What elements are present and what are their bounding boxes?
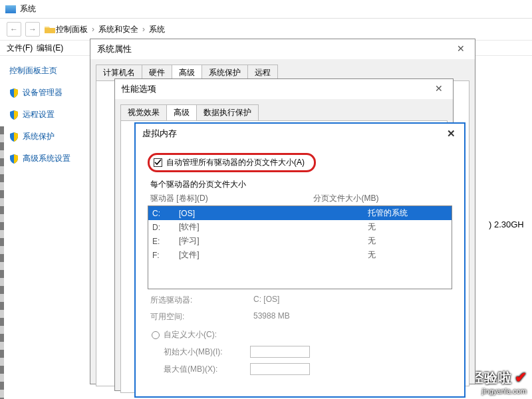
close-button[interactable]: ✕ [450, 41, 472, 57]
column-pagefile-size: 分页文件大小(MB) [313, 193, 450, 204]
breadcrumb[interactable]: 控制面板 › 系统和安全 › 系统 [56, 24, 165, 35]
selected-drive-value: C: [OS] [253, 295, 279, 306]
drive-letter: C: [152, 209, 179, 218]
close-button[interactable]: ✕ [442, 126, 460, 141]
drive-row[interactable]: D: [软件] 无 [148, 220, 452, 234]
drive-letter: F: [152, 251, 179, 260]
breadcrumb-item[interactable]: 系统和安全 [98, 24, 138, 35]
drive-letter: D: [152, 223, 179, 232]
max-size-label: 最大值(MB)(X): [164, 364, 250, 375]
custom-size-radio[interactable] [152, 331, 160, 339]
sidebar-item-device-manager[interactable]: 设备管理器 [9, 87, 82, 98]
drive-label: [软件] [179, 221, 368, 233]
per-drive-title: 每个驱动器的分页文件大小 [150, 179, 452, 190]
nav-forward-button[interactable]: → [25, 22, 40, 37]
auto-manage-highlight: 自动管理所有驱动器的分页文件大小(A) [148, 153, 316, 172]
auto-manage-checkbox[interactable] [154, 158, 162, 167]
initial-size-label: 初始大小(MB)(I): [164, 346, 250, 358]
drive-row[interactable]: C: [OS] 托管的系统 [148, 206, 452, 220]
sidebar-item-system-protection[interactable]: 系统保护 [9, 131, 82, 142]
drive-label: [文件] [179, 249, 368, 261]
breadcrumb-item[interactable]: 系统 [149, 24, 165, 35]
shield-icon [9, 154, 19, 164]
drive-label: [学习] [179, 235, 368, 247]
shield-icon [9, 110, 19, 120]
shield-icon [9, 132, 19, 142]
drive-letter: E: [152, 237, 179, 246]
sidebar-item-label: 系统保护 [23, 131, 55, 142]
menu-file[interactable]: 文件(F) [7, 43, 33, 54]
initial-size-input[interactable] [250, 346, 310, 358]
close-button[interactable]: ✕ [428, 80, 450, 96]
tab-visual-effects[interactable]: 视觉效果 [120, 104, 167, 120]
sidebar-item-label: 设备管理器 [23, 87, 63, 98]
drive-size: 托管的系统 [368, 207, 448, 219]
watermark-url: jingyanla.com [470, 387, 527, 395]
chevron-right-icon: › [142, 25, 145, 34]
tab-advanced[interactable]: 高级 [166, 104, 197, 120]
drive-label: [OS] [179, 209, 368, 218]
nav-back-button[interactable]: ← [7, 22, 21, 37]
sidebar-item-label: 远程设置 [23, 109, 55, 120]
drive-row[interactable]: F: [文件] 无 [148, 248, 452, 262]
monitor-icon [5, 5, 16, 13]
custom-size-label: 自定义大小(C): [164, 329, 217, 340]
dialog-title: 系统属性 [97, 43, 132, 55]
drive-row[interactable]: E: [学习] 无 [148, 234, 452, 248]
column-drive-label: 驱动器 [卷标](D) [150, 193, 313, 204]
window-title: 系统 [20, 3, 36, 15]
check-icon: ✔ [515, 369, 527, 386]
auto-manage-label: 自动管理所有驱动器的分页文件大小(A) [166, 157, 305, 168]
sidebar-title[interactable]: 控制面板主页 [9, 65, 82, 76]
drive-list[interactable]: C: [OS] 托管的系统 D: [软件] 无 E: [学习] 无 F: [文件… [148, 205, 452, 289]
virtual-memory-dialog: 虚拟内存 ✕ 自动管理所有驱动器的分页文件大小(A) 每个驱动器的分页文件大小 … [134, 122, 466, 398]
tab-dep[interactable]: 数据执行保护 [196, 104, 259, 120]
selected-drive-label: 所选驱动器: [150, 295, 253, 306]
dialog-title: 虚拟内存 [142, 128, 177, 140]
sidebar-item-label: 高级系统设置 [23, 153, 70, 164]
shield-icon [9, 88, 19, 98]
free-space-value: 53988 MB [253, 311, 290, 323]
sidebar-item-advanced-settings[interactable]: 高级系统设置 [9, 153, 82, 164]
sidebar-item-remote-settings[interactable]: 远程设置 [9, 109, 82, 120]
breadcrumb-item[interactable]: 控制面板 [56, 24, 88, 35]
dialog-title: 性能选项 [122, 83, 156, 95]
watermark-brand: 经验啦 [470, 370, 512, 385]
drive-size: 无 [368, 235, 448, 247]
folder-icon [44, 25, 56, 34]
drive-size: 无 [368, 221, 448, 233]
free-space-label: 可用空间: [150, 311, 253, 323]
menu-edit[interactable]: 编辑(E) [37, 43, 63, 54]
drive-size: 无 [368, 249, 448, 261]
cpu-freq-text: ) 2.30GH [489, 219, 524, 229]
max-size-input[interactable] [250, 363, 310, 375]
chevron-right-icon: › [92, 25, 94, 34]
watermark: 经验啦✔ jingyanla.com [470, 369, 527, 395]
